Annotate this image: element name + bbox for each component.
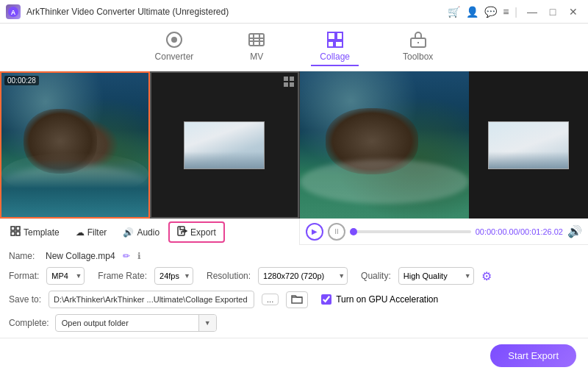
nav-collage[interactable]: Collage <box>311 26 359 66</box>
name-row: Name: New Collage.mp4 ✏ ℹ <box>9 251 579 261</box>
tabs-playback-row: Template ☁ Filter 🔊 Audio Export <box>0 219 588 245</box>
maximize-button[interactable]: □ <box>544 3 562 21</box>
format-select-wrapper: MP4 AVI MOV ▼ <box>46 267 85 285</box>
saveto-label: Save to: <box>9 294 41 305</box>
collage-icon <box>325 29 345 50</box>
quality-select-wrapper: High Quality Medium Quality ▼ <box>398 267 474 285</box>
preview-area <box>300 71 588 219</box>
cart-icon[interactable]: 🛒 <box>448 6 460 18</box>
audio-label: Audio <box>137 227 159 238</box>
edit-name-icon[interactable]: ✏ <box>123 251 130 261</box>
svg-rect-16 <box>16 227 20 230</box>
minimize-button[interactable]: — <box>523 3 541 21</box>
progress-bar[interactable] <box>350 230 471 233</box>
template-tab[interactable]: Template <box>3 223 67 241</box>
svg-rect-4 <box>249 34 264 46</box>
svg-rect-6 <box>337 32 343 40</box>
open-folder-button[interactable] <box>286 291 308 308</box>
complete-arrow[interactable]: ▼ <box>198 314 216 332</box>
format-select[interactable]: MP4 AVI MOV <box>46 267 85 285</box>
template-icon <box>10 226 21 238</box>
svg-rect-17 <box>11 232 15 235</box>
mv-icon <box>246 29 267 50</box>
framerate-select[interactable]: 24fps 30fps 60fps <box>154 267 193 285</box>
gpu-checkbox[interactable] <box>321 294 331 305</box>
settings-area: Name: New Collage.mp4 ✏ ℹ Format: MP4 AV… <box>0 245 588 338</box>
mv-label: MV <box>250 51 263 62</box>
chat-icon[interactable]: 💬 <box>484 6 497 18</box>
inner-video-thumbnail <box>184 121 265 169</box>
progress-dot <box>350 228 357 235</box>
pause-button[interactable]: ⏸ <box>328 223 345 241</box>
close-button[interactable]: ✕ <box>564 3 582 21</box>
svg-rect-12 <box>290 77 294 81</box>
preview-main <box>300 71 469 219</box>
settings-gear-button[interactable]: ⚙ <box>481 269 492 283</box>
preview-small-video <box>488 121 569 169</box>
collage-panel-right <box>150 71 300 219</box>
svg-rect-15 <box>11 227 15 230</box>
complete-label: Complete: <box>9 318 49 328</box>
export-label: Export <box>190 227 216 238</box>
nav-converter[interactable]: Converter <box>146 26 203 66</box>
collage-panel-left: 00:00:28 <box>0 71 150 219</box>
time-display: 00:00:00.00/00:01:26.02 <box>476 227 563 236</box>
menu-icon[interactable]: ≡ <box>503 6 509 18</box>
format-row: Format: MP4 AVI MOV ▼ Frame Rate: 24fps … <box>9 267 579 285</box>
audio-icon: 🔊 <box>123 227 134 238</box>
bottom-bar: Start Export <box>0 338 588 373</box>
audio-tab[interactable]: 🔊 Audio <box>115 224 167 241</box>
nav-toolbox[interactable]: Toolbox <box>394 26 442 66</box>
app-logo: A <box>6 4 21 19</box>
framerate-label: Frame Rate: <box>98 271 147 281</box>
browse-button[interactable]: ... <box>262 294 279 305</box>
toolbox-icon <box>408 29 429 50</box>
svg-text:A: A <box>11 9 16 16</box>
preview-secondary <box>469 71 588 219</box>
svg-rect-7 <box>328 41 334 47</box>
name-value: New Collage.mp4 <box>46 251 115 261</box>
quality-select[interactable]: High Quality Medium Quality <box>398 267 474 285</box>
name-label: Name: <box>9 251 38 261</box>
svg-rect-5 <box>328 32 335 40</box>
complete-select[interactable]: Open output folder ▼ <box>55 314 217 332</box>
collage-label: Collage <box>320 51 350 62</box>
window-controls: — □ ✕ <box>523 3 582 21</box>
save-path-container: D:\ArkThinker\ArkThinker ...Ultimate\Col… <box>49 291 254 308</box>
resolution-select[interactable]: 1280x720 (720p) 1920x1080 (1080p) <box>258 267 348 285</box>
resolution-label: Resolution: <box>207 271 251 281</box>
framerate-select-wrapper: 24fps 30fps 60fps ▼ <box>154 267 193 285</box>
nav-mv[interactable]: MV <box>237 26 276 66</box>
filter-tab[interactable]: ☁ Filter <box>68 224 115 241</box>
titlebar-icons: 🛒 👤 💬 ≡ | <box>448 6 517 18</box>
app-title: ArkThinker Video Converter Ultimate (Unr… <box>26 7 448 17</box>
export-tab[interactable]: Export <box>168 221 225 243</box>
user-icon[interactable]: 👤 <box>466 6 478 18</box>
quality-label: Quality: <box>361 271 391 281</box>
svg-rect-8 <box>335 41 343 47</box>
grid-icon <box>283 76 295 90</box>
svg-rect-13 <box>284 82 288 87</box>
saveto-row: Save to: D:\ArkThinker\ArkThinker ...Ult… <box>9 291 579 308</box>
playback-controls: ▶ ⏸ 00:00:00.00/00:01:26.02 🔊 <box>300 219 588 244</box>
timestamp-badge: 00:00:28 <box>4 76 39 85</box>
info-icon[interactable]: ℹ <box>137 251 141 261</box>
collage-editor: 00:00:28 <box>0 71 300 219</box>
complete-value: Open output folder <box>56 319 198 327</box>
volume-icon[interactable]: 🔊 <box>567 224 582 238</box>
start-export-button[interactable]: Start Export <box>490 344 576 367</box>
export-file-icon <box>177 226 187 238</box>
play-button[interactable]: ▶ <box>306 223 323 241</box>
title-bar: A ArkThinker Video Converter Ultimate (U… <box>0 0 588 24</box>
top-nav: Converter MV Collage <box>0 24 588 71</box>
filter-label: Filter <box>87 227 107 238</box>
complete-row: Complete: Open output folder ▼ <box>9 314 579 332</box>
template-label: Template <box>24 227 60 238</box>
toolbox-label: Toolbox <box>403 51 433 62</box>
ocean-video-left <box>1 73 148 217</box>
svg-rect-14 <box>290 82 294 87</box>
tabs-bar: Template ☁ Filter 🔊 Audio Export <box>0 219 300 245</box>
converter-icon <box>164 29 184 50</box>
resolution-select-wrapper: 1280x720 (720p) 1920x1080 (1080p) ▼ <box>258 267 348 285</box>
converter-label: Converter <box>155 51 194 62</box>
